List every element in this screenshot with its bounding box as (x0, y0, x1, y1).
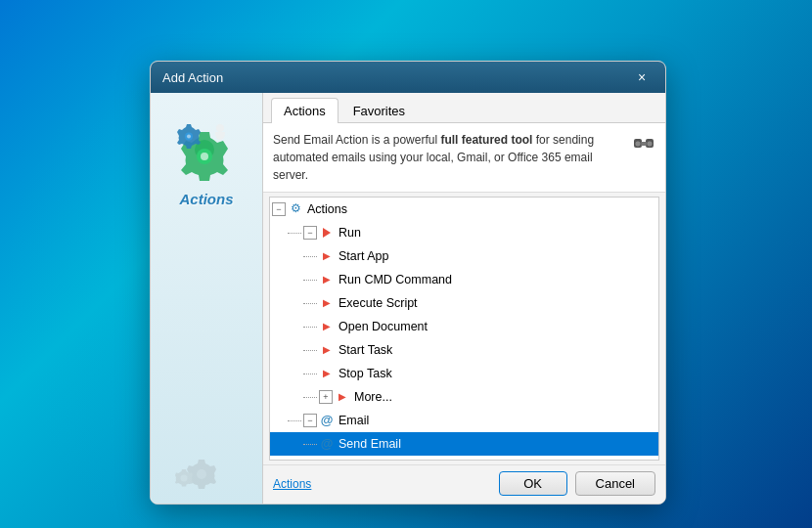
tree-item-ftp-cloud[interactable]: + ☁ FTP & Cloud (270, 456, 658, 461)
line-send-email (303, 444, 317, 445)
tree-item-execute-script[interactable]: ▶ Execute Script (270, 291, 658, 315)
tabs-bar: Actions Favorites (263, 93, 665, 123)
dialog-bottom-bar: Actions OK Cancel (263, 464, 665, 504)
decorative-gears-icon (172, 452, 241, 504)
run-cmd-icon: ▶ (319, 272, 335, 287)
line-run (288, 233, 301, 234)
svg-point-6 (197, 469, 206, 479)
tree-label-run: Run (338, 223, 361, 242)
dialog-buttons: OK Cancel (499, 471, 655, 496)
tab-actions[interactable]: Actions (271, 98, 338, 123)
tree-label-send-email: Send Email (338, 434, 401, 454)
tree-label-run-cmd: Run CMD Command (338, 270, 452, 289)
tree-label-start-app: Start App (338, 246, 388, 266)
tree-item-stop-task[interactable]: ▶ Stop Task (270, 362, 658, 385)
line-start-app (303, 256, 317, 257)
add-action-dialog: Add Action × (150, 61, 666, 505)
description-bold: full featured tool (440, 133, 532, 147)
description-prefix: Send Email Action is a powerful (273, 133, 440, 147)
cancel-button[interactable]: Cancel (575, 471, 655, 496)
tree-item-open-document[interactable]: ▶ Open Document (270, 315, 658, 338)
line-stop-task (303, 374, 317, 374)
dialog-body: Actions Actions F (151, 93, 665, 504)
tree-item-more[interactable]: + ▶ More... (270, 385, 658, 409)
title-bar: Add Action × (151, 62, 665, 93)
action-tree[interactable]: − ⚙ Actions − Run (269, 197, 659, 461)
dialog-title: Add Action (162, 70, 223, 85)
svg-point-4 (187, 135, 191, 139)
tree-label-execute-script: Execute Script (338, 293, 418, 313)
bottom-actions-link[interactable]: Actions (273, 477, 311, 491)
binoculars-icon (632, 131, 655, 154)
tree-item-actions[interactable]: − ⚙ Actions (270, 198, 658, 221)
line-run-cmd (303, 280, 317, 281)
line-email (288, 420, 301, 421)
description-panel: Send Email Action is a powerful full fea… (263, 123, 665, 193)
actions-logo-icon (167, 112, 246, 191)
tree-item-run-cmd[interactable]: ▶ Run CMD Command (270, 268, 658, 291)
send-email-at-icon: @ (319, 436, 335, 452)
tree-item-run[interactable]: − Run (270, 221, 658, 244)
expand-run[interactable]: − (303, 226, 317, 240)
ok-button[interactable]: OK (499, 471, 567, 496)
close-button[interactable]: × (630, 66, 654, 89)
open-document-icon: ▶ (319, 319, 335, 334)
dialog-content: Actions Favorites Send Email Action is a… (263, 93, 665, 504)
svg-rect-10 (641, 142, 647, 146)
execute-script-icon: ▶ (319, 295, 335, 311)
tree-label-email: Email (338, 411, 369, 430)
line-open-doc (303, 327, 317, 328)
actions-root-icon: ⚙ (288, 201, 303, 217)
tree-label-start-task: Start Task (338, 340, 392, 360)
sidebar-label: Actions (179, 191, 233, 207)
start-task-icon: ▶ (319, 342, 335, 358)
run-icon (319, 225, 335, 241)
svg-point-5 (216, 124, 224, 132)
tree-item-send-email[interactable]: @ Send Email (270, 432, 658, 456)
description-text: Send Email Action is a powerful full fea… (273, 131, 624, 184)
tree-label-open-document: Open Document (338, 317, 428, 336)
email-at-icon: @ (319, 413, 335, 428)
expand-more[interactable]: + (319, 390, 333, 404)
run-play-icon (323, 228, 331, 238)
line-start-task (303, 350, 317, 351)
tree-label-ftp-cloud: FTP & Cloud (338, 458, 408, 461)
svg-point-2 (201, 153, 208, 160)
tree-label-stop-task: Stop Task (338, 364, 392, 383)
expand-email[interactable]: − (303, 414, 317, 427)
line-execute-script (303, 303, 317, 304)
tree-item-email[interactable]: − @ Email (270, 409, 658, 432)
stop-task-icon: ▶ (319, 366, 335, 381)
tree-label-more: More... (354, 387, 392, 407)
ftp-cloud-icon: ☁ (319, 460, 335, 461)
svg-point-12 (647, 141, 653, 147)
tab-favorites[interactable]: Favorites (340, 98, 418, 123)
line-more (303, 397, 317, 398)
svg-point-11 (635, 141, 641, 147)
tree-label-actions: Actions (307, 199, 347, 219)
dialog-sidebar: Actions (151, 93, 263, 504)
more-icon: ▶ (335, 389, 350, 405)
svg-point-7 (181, 475, 188, 482)
start-app-icon: ▶ (319, 248, 335, 264)
tree-item-start-app[interactable]: ▶ Start App (270, 244, 658, 268)
expand-actions[interactable]: − (272, 202, 286, 216)
tree-item-start-task[interactable]: ▶ Start Task (270, 338, 658, 362)
